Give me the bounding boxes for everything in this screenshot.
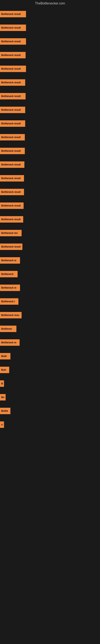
bar-row: Bottleneck result bbox=[0, 160, 100, 170]
bar-label: Bott bbox=[1, 368, 6, 371]
bar-row: Bottl bbox=[0, 351, 100, 362]
bar-row: Bottleneck result bbox=[0, 91, 100, 102]
bar-row: Bottleneck result bbox=[0, 105, 100, 115]
bars-container: Bottleneck resultBottleneck resultBottle… bbox=[0, 7, 100, 435]
bar-label: Bottle bbox=[1, 410, 8, 412]
bar-row: Bottleneck result bbox=[0, 146, 100, 156]
bottleneck-bar[interactable]: Bottle bbox=[0, 408, 10, 414]
bar-label: Bottleneck result bbox=[1, 26, 21, 29]
bottleneck-bar[interactable]: Bottleneck result bbox=[0, 134, 25, 140]
bar-label: Bottleneck result bbox=[1, 40, 21, 43]
bottleneck-bar[interactable]: Bottleneck result bbox=[0, 162, 24, 168]
bar-label: Bottleneck result bbox=[1, 177, 21, 180]
bar-row: Bo bbox=[0, 392, 100, 402]
bottleneck-bar[interactable]: Bottleneck res bbox=[0, 230, 22, 236]
bar-row: Bottleneck r bbox=[0, 296, 100, 307]
bar-row: Bottleneck result bbox=[0, 36, 100, 47]
site-title: TheBottlenecker.com bbox=[0, 0, 100, 7]
bar-label: Bottleneck re bbox=[1, 341, 16, 344]
bar-row: Bottleneck result bbox=[0, 242, 100, 252]
bottleneck-bar[interactable]: Bottleneck result bbox=[0, 93, 26, 100]
bar-row: n bbox=[0, 420, 100, 430]
bar-label: Bottleneck res bbox=[1, 232, 18, 234]
bar-label: Bo bbox=[1, 396, 4, 399]
bottleneck-bar[interactable]: Bottleneck result bbox=[0, 11, 26, 17]
bottleneck-bar[interactable]: Bottlenec bbox=[0, 326, 16, 332]
bottleneck-bar[interactable]: Bottleneck result bbox=[0, 79, 25, 86]
bar-label: Bottl bbox=[1, 355, 7, 358]
bottleneck-bar[interactable]: Bottleneck result bbox=[0, 244, 22, 250]
bar-label: Bottleneck result bbox=[1, 245, 21, 248]
bar-row: Bottleneck re bbox=[0, 255, 100, 266]
bottleneck-bar[interactable]: Bo bbox=[0, 394, 6, 400]
bar-label: Bottleneck result bbox=[1, 108, 21, 111]
bottleneck-bar[interactable]: Bottleneck result bbox=[0, 202, 24, 209]
bar-label: Bottleneck result bbox=[1, 190, 21, 194]
bottleneck-bar[interactable]: Bottleneck resu bbox=[0, 312, 22, 318]
bar-label: Bottleneck result bbox=[1, 122, 21, 125]
bottleneck-bar[interactable]: Bottleneck result bbox=[0, 120, 25, 127]
bar-label: Bottleneck result bbox=[1, 136, 21, 139]
bar-label: Bottleneck bbox=[1, 273, 13, 276]
bottleneck-bar[interactable]: Bottleneck result bbox=[0, 148, 25, 154]
bar-label: Bottleneck result bbox=[1, 218, 21, 221]
bar-row: Bottleneck result bbox=[0, 118, 100, 129]
bar-row: Bottleneck result bbox=[0, 214, 100, 224]
bar-row: Bottleneck result bbox=[0, 187, 100, 197]
bottleneck-bar[interactable]: Bottleneck result bbox=[0, 24, 26, 31]
bottleneck-bar[interactable]: Bottleneck r bbox=[0, 298, 18, 305]
bottleneck-bar[interactable]: Bottleneck result bbox=[0, 66, 26, 72]
bar-label: Bottleneck result bbox=[1, 163, 21, 166]
bottleneck-bar[interactable]: Bottleneck result bbox=[0, 38, 26, 45]
bar-label: Bottleneck r bbox=[1, 300, 15, 303]
bar-row: Bottleneck result bbox=[0, 50, 100, 60]
bar-row: Bottleneck result bbox=[0, 200, 100, 211]
bar-row: Bottleneck result bbox=[0, 9, 100, 19]
bar-label: Bottleneck resu bbox=[1, 314, 19, 316]
bar-label: Bottleneck result bbox=[1, 150, 21, 152]
bar-label: Bottleneck re bbox=[1, 286, 16, 289]
bar-row: Bottle bbox=[0, 406, 100, 416]
bottleneck-bar[interactable]: Bottleneck result bbox=[0, 216, 23, 222]
bar-label: Bottleneck result bbox=[1, 54, 21, 56]
bar-row: Bottleneck resu bbox=[0, 310, 100, 320]
bar-label: n bbox=[1, 423, 2, 426]
bottleneck-bar[interactable]: Bottleneck re bbox=[0, 339, 20, 346]
bar-row: Bottlenec bbox=[0, 324, 100, 334]
bar-label: B bbox=[1, 382, 3, 385]
bar-row: Bottleneck result bbox=[0, 77, 100, 88]
bar-label: Bottleneck result bbox=[1, 68, 21, 70]
bar-row: Bottleneck re bbox=[0, 337, 100, 348]
bar-row: Bottleneck re bbox=[0, 282, 100, 293]
bottleneck-bar[interactable]: B bbox=[0, 380, 4, 387]
bottleneck-bar[interactable]: Bottleneck re bbox=[0, 257, 20, 264]
bar-row: Bottleneck result bbox=[0, 173, 100, 184]
bottleneck-bar[interactable]: Bottl bbox=[0, 353, 10, 360]
bar-row: B bbox=[0, 378, 100, 389]
bottleneck-bar[interactable]: Bottleneck re bbox=[0, 284, 20, 291]
bar-label: Bottleneck result bbox=[1, 81, 21, 84]
bar-row: Bottleneck result bbox=[0, 132, 100, 142]
bottleneck-bar[interactable]: n bbox=[0, 422, 4, 428]
bottleneck-bar[interactable]: Bottleneck result bbox=[0, 175, 24, 182]
bar-label: Bottleneck result bbox=[1, 13, 21, 16]
bar-label: Bottleneck re bbox=[1, 259, 16, 262]
bar-row: Bottleneck result bbox=[0, 64, 100, 74]
bar-label: Bottlenec bbox=[1, 328, 12, 330]
bottleneck-bar[interactable]: Bottleneck bbox=[0, 271, 18, 277]
bar-row: Bott bbox=[0, 365, 100, 375]
bottleneck-bar[interactable]: Bott bbox=[0, 367, 9, 373]
bar-label: Bottleneck result bbox=[1, 95, 21, 98]
bar-row: Bottleneck result bbox=[0, 22, 100, 33]
bottleneck-bar[interactable]: Bottleneck result bbox=[0, 107, 25, 113]
bar-label: Bottleneck result bbox=[1, 204, 21, 207]
bar-row: Bottleneck res bbox=[0, 228, 100, 238]
bottleneck-bar[interactable]: Bottleneck result bbox=[0, 52, 26, 58]
bar-row: Bottleneck bbox=[0, 269, 100, 279]
bottleneck-bar[interactable]: Bottleneck result bbox=[0, 189, 24, 195]
